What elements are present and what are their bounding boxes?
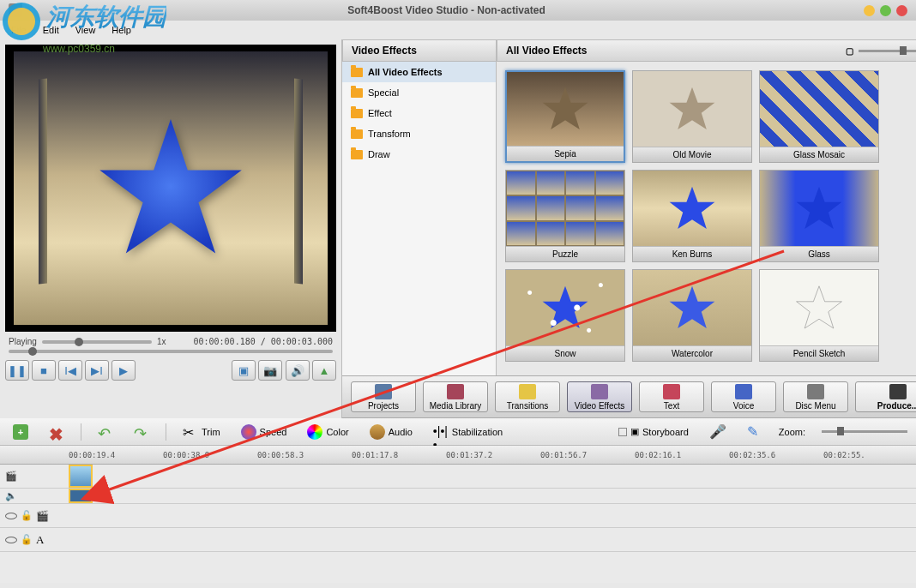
video-clip[interactable] [69,465,93,488]
grid-toggle-icon[interactable]: ▢ [846,46,853,56]
effect-card-sepia[interactable]: Sepia [505,70,625,163]
category-item[interactable]: Transform [342,123,496,144]
menu-view[interactable]: View [69,23,103,37]
maximize-button[interactable] [880,5,891,16]
audio-button[interactable]: Audio [365,422,417,442]
preview-panel: Playing 1x 00:00:00.180 / 00:00:03.000 ❚… [0,39,341,418]
effect-card-glass[interactable]: Glass [759,170,879,262]
tab-medialibrary[interactable]: Media Library [423,381,488,412]
menu-edit[interactable]: Edit [36,23,66,37]
time-mark: 00:00:58.3 [257,451,304,459]
play-button[interactable]: ▶ [111,360,136,381]
effects-panel: Video Effects All Video Effects ▢ ▣ All … [341,39,916,418]
tab-produce[interactable]: Produce... [855,381,916,412]
mute-button[interactable]: ▲ [312,360,336,381]
time-ruler[interactable]: 00:00:19.400:00:38.900:00:58.300:01:17.8… [0,446,916,465]
tab-videoeffects[interactable]: Video Effects [567,381,632,412]
app-icon [9,3,22,17]
effect-card-puzzle[interactable]: Puzzle [505,170,625,262]
pause-button[interactable]: ❚❚ [5,360,29,381]
menu-bar: File Edit View Help [0,21,916,39]
seek-slider[interactable] [9,350,333,353]
film-icon: 🎬 [5,471,17,482]
tab-transitions[interactable]: Transitions [495,381,560,412]
color-button[interactable]: Color [303,422,353,442]
svg-marker-3 [543,87,588,129]
stabilization-button[interactable]: •|•|•Stabilization [429,422,507,442]
folder-icon [351,109,363,118]
category-item[interactable]: Special [342,82,496,103]
svg-marker-8 [670,286,715,328]
audio-clip[interactable] [69,489,93,503]
svg-marker-2 [99,119,242,254]
eye-icon[interactable] [5,537,17,543]
speed-slider[interactable] [42,340,152,344]
time-mark: 00:02:35.6 [729,451,775,459]
category-item[interactable]: Effect [342,103,496,123]
lock-icon[interactable]: 🔓 [21,534,33,545]
total-time: 00:00:03.000 [271,337,333,346]
range-button[interactable]: ▣ [232,360,256,381]
clapper-icon: 🎬 [36,510,49,522]
zoom-label: Zoom: [774,424,810,440]
close-button[interactable] [896,5,907,16]
tab-voice[interactable]: Voice [711,381,776,412]
text-track[interactable]: 🔓A [0,528,916,552]
trim-button[interactable]: ✂Trim [178,422,225,442]
folder-icon [351,68,363,77]
snapshot-button[interactable]: 📷 [258,360,282,381]
prev-frame-button[interactable]: I◀ [58,360,82,381]
menu-file[interactable]: File [4,23,33,37]
speaker-icon: 🔈 [5,490,17,501]
svg-marker-6 [797,187,842,229]
effect-card-glass-mosaic[interactable]: Glass Mosaic [759,70,879,163]
video-track[interactable]: 🎬 [0,465,916,489]
time-mark: 00:01:37.2 [446,451,492,459]
storyboard-toggle[interactable]: ▣Storyboard [614,423,693,440]
thumb-zoom-slider[interactable] [859,50,916,52]
category-item[interactable]: All Video Effects [342,62,496,82]
audio-track[interactable]: 🔈 [0,489,916,504]
effect-card-watercolor[interactable]: Watercolor [632,269,752,362]
mic-icon[interactable]: 🎤 [705,421,731,442]
folder-icon [351,88,363,98]
svg-marker-5 [670,187,715,229]
folder-icon [351,129,363,139]
effect-card-ken-burns[interactable]: Ken Burns [632,170,752,262]
stop-button[interactable]: ■ [32,360,56,381]
eye-icon[interactable] [5,513,17,519]
edit-toolbar: + ✖ ↶ ↷ ✂Trim Speed Color Audio •|•|•Sta… [0,418,916,446]
menu-help[interactable]: Help [105,23,138,37]
effect-card-pencil-sketch[interactable]: Pencil Sketch [759,269,879,362]
time-mark: 00:00:19.4 [69,451,115,459]
speed-button[interactable]: Speed [237,422,292,442]
time-mark: 00:02:55. [823,451,865,459]
timeline: 00:00:19.400:00:38.900:00:58.300:01:17.8… [0,446,916,583]
window-titlebar: Soft4Boost Video Studio - Non-activated [0,0,916,21]
preview-speed: 1x [157,337,166,346]
tab-projects[interactable]: Projects [351,381,416,412]
volume-button[interactable]: 🔊 [286,360,310,381]
next-frame-button[interactable]: ▶I [85,360,109,381]
edit-icon[interactable]: ✎ [743,421,762,442]
current-time: 00:00:00.180 [193,337,255,346]
minimize-button[interactable] [864,5,875,16]
effect-card-snow[interactable]: Snow [505,269,625,362]
effect-track[interactable]: 🔓🎬 [0,504,916,528]
redo-button[interactable]: ↷ [130,422,154,442]
time-mark: 00:00:38.9 [163,451,209,459]
category-list: All Video EffectsSpecialEffectTransformD… [342,62,497,375]
svg-marker-4 [670,87,715,129]
lock-icon[interactable]: 🔓 [21,510,33,521]
timeline-zoom-slider[interactable] [822,430,907,433]
undo-button[interactable]: ↶ [93,422,118,442]
effect-card-old-movie[interactable]: Old Movie [632,70,752,163]
category-item[interactable]: Draw [342,144,496,165]
tab-text[interactable]: Text [639,381,704,412]
delete-button[interactable]: ✖ [45,422,69,442]
folder-icon [351,150,363,159]
tab-discmenu[interactable]: Disc Menu [783,381,848,412]
add-button[interactable]: + [9,422,33,442]
preview-video[interactable] [5,45,336,332]
time-mark: 00:01:56.7 [540,451,587,459]
